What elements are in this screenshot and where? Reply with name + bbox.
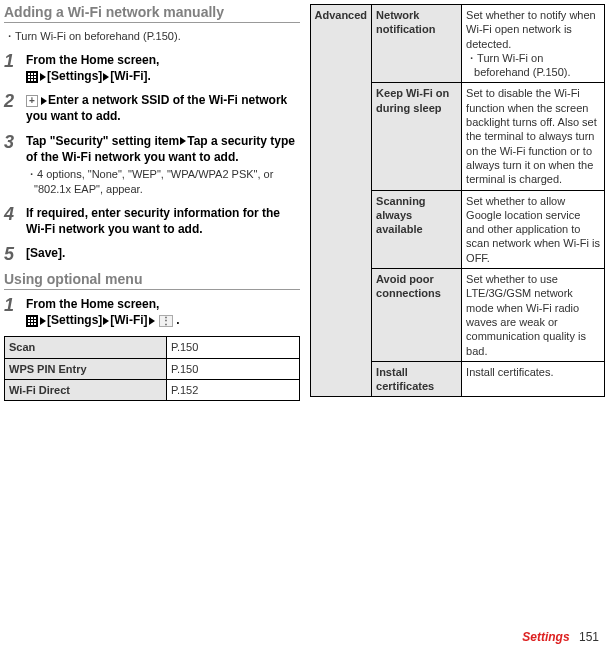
heading-optional-menu: Using optional menu	[4, 271, 300, 290]
step-1b: 1 From the Home screen, [Settings][Wi-Fi…	[4, 296, 300, 328]
footer-section: Settings	[522, 630, 569, 644]
step-3: 3 Tap "Security" setting itemTap a secur…	[4, 133, 300, 197]
desc-text: Set whether to notify when Wi-Fi open ne…	[466, 9, 596, 50]
step-number: 4	[4, 205, 18, 237]
table-row: WPS PIN Entry P.150	[5, 358, 300, 379]
step-number: 2	[4, 92, 18, 124]
step-text: [Settings]	[47, 313, 102, 327]
step-sub-bullet: 4 options, "None", "WEP", "WPA/WPA2 PSK"…	[26, 167, 300, 197]
step-text: From the Home screen,	[26, 297, 159, 311]
step-1: 1 From the Home screen, [Settings][Wi-Fi…	[4, 52, 300, 84]
chevron-right-icon	[40, 73, 46, 81]
step-title: Enter a network SSID of the Wi-Fi networ…	[26, 92, 300, 124]
step-number: 1	[4, 296, 18, 328]
apps-icon	[26, 315, 38, 327]
option-label: Scan	[5, 337, 167, 358]
option-label: WPS PIN Entry	[5, 358, 167, 379]
category-cell: Advanced	[310, 5, 372, 397]
table-row: Advanced Network notification Set whethe…	[310, 5, 605, 83]
option-desc: Install certificates.	[462, 361, 605, 397]
plus-icon	[26, 95, 38, 107]
apps-icon	[26, 71, 38, 83]
step-text: [Settings]	[47, 69, 102, 83]
option-desc: Set to disable the Wi-Fi function when t…	[462, 83, 605, 190]
page-footer: Settings 151	[522, 630, 599, 644]
chevron-right-icon	[103, 73, 109, 81]
right-column: Advanced Network notification Set whethe…	[310, 4, 606, 401]
options-table: Scan P.150 WPS PIN Entry P.150 Wi-Fi Dir…	[4, 336, 300, 401]
step-5: 5 [Save].	[4, 245, 300, 263]
option-label: Install certificates	[372, 361, 462, 397]
step-text: Tap "Security" setting item	[26, 134, 179, 148]
step-title: [Save].	[26, 245, 300, 261]
prereq-bullet: Turn Wi-Fi on beforehand (P.150).	[4, 29, 300, 44]
step-text: Enter a network SSID of the Wi-Fi networ…	[26, 93, 287, 123]
step-title: If required, enter security information …	[26, 205, 300, 237]
step-title: From the Home screen, [Settings][Wi-Fi] …	[26, 296, 300, 328]
option-label: Network notification	[372, 5, 462, 83]
step-text: [Wi-Fi]	[110, 313, 147, 327]
option-label: Keep Wi-Fi on during sleep	[372, 83, 462, 190]
step-text: From the Home screen,	[26, 53, 159, 67]
option-desc: Set whether to allow Google location ser…	[462, 190, 605, 268]
desc-bullet: Turn Wi-Fi on beforehand (P.150).	[466, 51, 600, 80]
chevron-right-icon	[149, 317, 155, 325]
step-number: 1	[4, 52, 18, 84]
option-label: Scanning always available	[372, 190, 462, 268]
step-2: 2 Enter a network SSID of the Wi-Fi netw…	[4, 92, 300, 124]
chevron-right-icon	[180, 137, 186, 145]
page-number: 151	[579, 630, 599, 644]
step-text: [Wi-Fi].	[110, 69, 151, 83]
step-title: Tap "Security" setting itemTap a securit…	[26, 133, 300, 165]
step-number: 3	[4, 133, 18, 197]
step-4: 4 If required, enter security informatio…	[4, 205, 300, 237]
overflow-menu-icon	[159, 315, 173, 327]
table-row: Wi-Fi Direct P.152	[5, 380, 300, 401]
option-value: P.150	[166, 358, 299, 379]
advanced-table: Advanced Network notification Set whethe…	[310, 4, 606, 397]
table-row: Scan P.150	[5, 337, 300, 358]
option-label: Wi-Fi Direct	[5, 380, 167, 401]
chevron-right-icon	[103, 317, 109, 325]
option-label: Avoid poor connections	[372, 269, 462, 362]
left-column: Adding a Wi-Fi network manually Turn Wi-…	[4, 4, 300, 401]
option-desc: Set whether to notify when Wi-Fi open ne…	[462, 5, 605, 83]
chevron-right-icon	[41, 97, 47, 105]
option-desc: Set whether to use LTE/3G/GSM network mo…	[462, 269, 605, 362]
chevron-right-icon	[40, 317, 46, 325]
step-title: From the Home screen, [Settings][Wi-Fi].	[26, 52, 300, 84]
option-value: P.150	[166, 337, 299, 358]
option-value: P.152	[166, 380, 299, 401]
step-number: 5	[4, 245, 18, 263]
heading-add-wifi: Adding a Wi-Fi network manually	[4, 4, 300, 23]
